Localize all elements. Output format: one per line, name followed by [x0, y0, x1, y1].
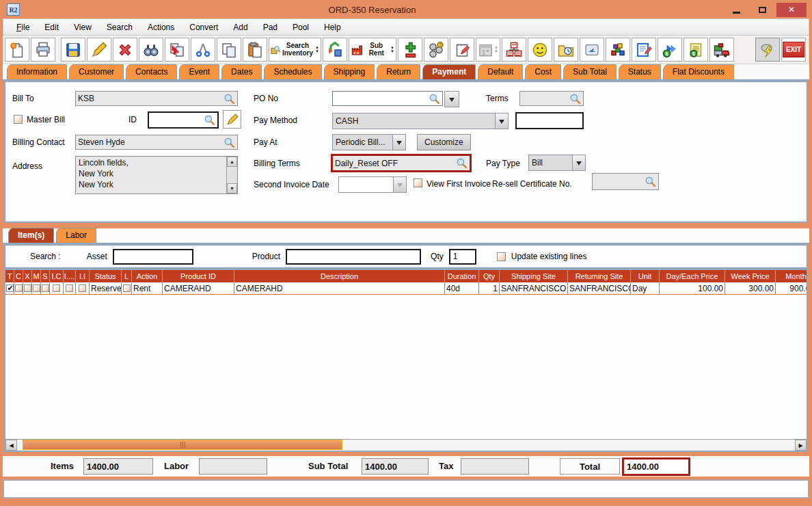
find-button[interactable]: [139, 38, 163, 62]
col-c[interactable]: C: [14, 270, 23, 282]
checkbox-icon[interactable]: [79, 284, 86, 292]
copy-transfer-button[interactable]: [165, 38, 189, 62]
chevron-down-icon[interactable]: [572, 155, 585, 170]
col-month-price[interactable]: Month: [776, 270, 807, 282]
lightning-button[interactable]: [755, 38, 780, 62]
cell-shipping-site[interactable]: SANFRANCISCO: [500, 282, 568, 295]
money-note-button[interactable]: $: [684, 38, 708, 62]
address-field[interactable]: Lincoln fields, New York New York ▲ ▼: [75, 156, 238, 194]
tab-subtotal[interactable]: Sub Total: [563, 64, 617, 79]
col-x[interactable]: X: [23, 270, 32, 282]
save-button[interactable]: [61, 38, 85, 62]
cell-day-each-price[interactable]: 100.00: [660, 282, 725, 295]
customize-button[interactable]: Customize: [417, 134, 471, 150]
search-icon[interactable]: [204, 114, 215, 126]
cell-s[interactable]: [41, 282, 50, 295]
chevron-down-icon[interactable]: [495, 114, 508, 129]
scroll-right-icon[interactable]: ▶: [795, 440, 807, 451]
pay-method-combo[interactable]: CASH: [332, 113, 509, 129]
menu-actions[interactable]: Actions: [141, 21, 180, 34]
pay-method-extra-field[interactable]: [515, 112, 584, 129]
menu-file[interactable]: File: [10, 21, 36, 34]
cell-m[interactable]: [32, 282, 41, 295]
cell-x[interactable]: [23, 282, 32, 295]
menu-help[interactable]: Help: [318, 21, 347, 34]
tab-schedules[interactable]: Schedules: [264, 64, 321, 79]
menu-search[interactable]: Search: [100, 21, 139, 34]
delete-button[interactable]: [113, 38, 137, 62]
tab-status[interactable]: Status: [619, 64, 661, 79]
po-no-dropdown-button[interactable]: [444, 91, 459, 107]
checkbox-icon[interactable]: [123, 284, 131, 292]
col-ii[interactable]: I.I: [76, 270, 90, 282]
scrollbar-thumb[interactable]: [23, 440, 342, 450]
sub-rent-button[interactable]: Sub Rent ▼▼: [349, 38, 396, 62]
tab-information[interactable]: Information: [7, 64, 67, 79]
delivery-truck-button[interactable]: [709, 38, 734, 62]
tab-return[interactable]: Return: [377, 64, 420, 79]
col-description[interactable]: Description: [234, 270, 445, 282]
tab-dates[interactable]: Dates: [221, 64, 262, 79]
billing-contact-field[interactable]: Steven Hyde: [75, 135, 238, 150]
asset-input[interactable]: [113, 249, 193, 265]
checkbox-icon[interactable]: [24, 284, 31, 292]
col-ic[interactable]: I.C: [50, 270, 64, 282]
cell-idots[interactable]: [64, 282, 76, 295]
tab-customer[interactable]: Customer: [69, 64, 124, 79]
cut-button[interactable]: [191, 38, 215, 62]
col-week-price[interactable]: Week Price: [725, 270, 776, 282]
billing-terms-field[interactable]: Daily_Reset OFF: [331, 154, 472, 172]
col-product-id[interactable]: Product ID: [163, 270, 234, 282]
checkbox-icon[interactable]: [66, 284, 73, 292]
search-icon[interactable]: [456, 157, 468, 169]
scroll-left-icon[interactable]: ◀: [5, 440, 17, 451]
checkbox-icon[interactable]: [42, 284, 49, 292]
cell-ii[interactable]: [76, 282, 90, 295]
cell-duration[interactable]: 40d: [445, 282, 479, 295]
exit-button[interactable]: EXIT: [781, 38, 806, 62]
col-l[interactable]: L: [122, 270, 132, 282]
search-inventory-button[interactable]: Search Inventory ▼▼: [269, 38, 321, 62]
memo-button[interactable]: [632, 38, 656, 62]
minimize-button[interactable]: [725, 3, 748, 17]
maximize-button[interactable]: [750, 3, 774, 17]
id-field[interactable]: [148, 111, 219, 129]
search-icon[interactable]: [224, 93, 235, 105]
col-s[interactable]: S: [41, 270, 50, 282]
menu-edit[interactable]: Edit: [38, 21, 65, 34]
horizontal-scrollbar[interactable]: ◀ ▶: [5, 439, 807, 451]
cell-l[interactable]: [122, 282, 132, 295]
paste-button[interactable]: [243, 38, 267, 62]
bill-to-field[interactable]: KSB: [75, 91, 238, 106]
view-first-invoice-checkbox[interactable]: [414, 178, 422, 187]
edit-button[interactable]: [87, 38, 111, 62]
checkbox-icon[interactable]: [33, 284, 40, 292]
search-icon[interactable]: [569, 93, 581, 105]
col-day-each-price[interactable]: Day/Each Price: [660, 270, 725, 282]
update-existing-lines-checkbox[interactable]: [497, 252, 506, 261]
cell-description[interactable]: CAMERAHD: [234, 282, 445, 295]
add-remove-button[interactable]: [398, 38, 422, 62]
col-returning-site[interactable]: Returning Site: [568, 270, 631, 282]
cell-unit[interactable]: Day: [631, 282, 660, 295]
product-input[interactable]: [286, 249, 421, 265]
menu-add[interactable]: Add: [227, 21, 254, 34]
table-row[interactable]: Reserved Rent CAMERAHD CAMERAHD 40d 1 SA…: [5, 282, 807, 295]
cell-returning-site[interactable]: SANFRANCISCO: [568, 282, 631, 295]
money-transfer-button[interactable]: $: [658, 38, 682, 62]
scrollbar-track[interactable]: [17, 440, 795, 451]
col-idots[interactable]: I....: [64, 270, 76, 282]
tab-items[interactable]: Item(s): [8, 228, 54, 243]
col-action[interactable]: Action: [132, 270, 163, 282]
col-status[interactable]: Status: [90, 270, 122, 282]
master-bill-checkbox[interactable]: [14, 115, 23, 124]
address-scrollbar[interactable]: ▲ ▼: [226, 157, 237, 194]
po-no-field[interactable]: [332, 91, 443, 106]
close-button[interactable]: ✕: [776, 3, 807, 17]
tab-contacts[interactable]: Contacts: [126, 64, 177, 79]
org-chart-button[interactable]: [502, 38, 526, 62]
new-button[interactable]: [5, 38, 29, 62]
chevron-down-icon[interactable]: [392, 135, 405, 150]
blocks-button[interactable]: [606, 38, 630, 62]
col-unit[interactable]: Unit: [631, 270, 660, 282]
